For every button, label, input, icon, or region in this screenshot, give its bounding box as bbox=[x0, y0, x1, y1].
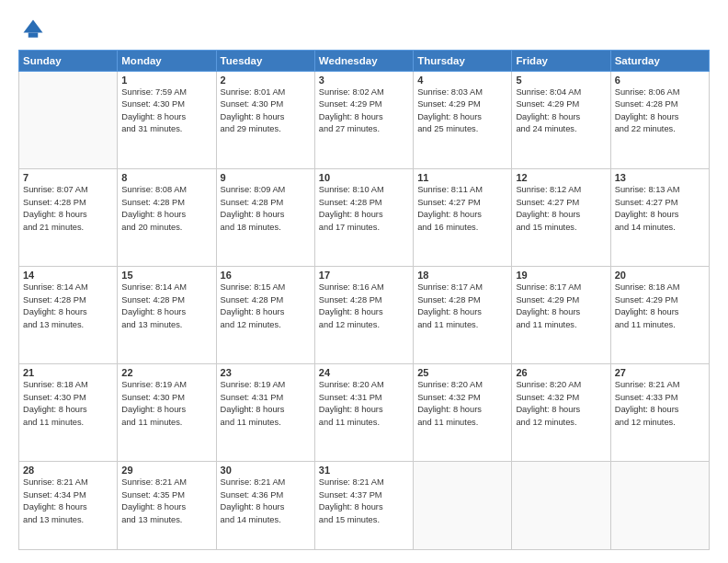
day-info-line: Sunrise: 8:08 AM bbox=[121, 185, 187, 194]
day-info: Sunrise: 8:20 AMSunset: 4:32 PMDaylight:… bbox=[516, 379, 606, 429]
day-info: Sunrise: 8:17 AMSunset: 4:29 PMDaylight:… bbox=[516, 282, 606, 331]
calendar-header-sunday: Sunday bbox=[19, 51, 118, 72]
day-info-line: Daylight: 8 hours bbox=[417, 405, 482, 414]
day-info: Sunrise: 7:59 AMSunset: 4:30 PMDaylight:… bbox=[121, 86, 211, 136]
day-number: 2 bbox=[221, 75, 311, 86]
calendar-cell: 16Sunrise: 8:15 AMSunset: 4:28 PMDayligh… bbox=[216, 267, 314, 364]
day-number: 15 bbox=[121, 270, 211, 281]
day-info-line: Daylight: 8 hours bbox=[221, 112, 285, 121]
day-number: 25 bbox=[417, 367, 507, 378]
day-info: Sunrise: 8:09 AMSunset: 4:28 PMDaylight:… bbox=[221, 184, 311, 234]
day-info-line: Sunrise: 8:14 AM bbox=[23, 282, 88, 292]
day-info-line: Daylight: 8 hours bbox=[615, 307, 679, 316]
day-info-line: and 27 minutes. bbox=[319, 124, 380, 133]
calendar-cell: 3Sunrise: 8:02 AMSunset: 4:29 PMDaylight… bbox=[314, 72, 413, 169]
day-info-line: Daylight: 8 hours bbox=[221, 405, 285, 414]
day-info-line: Daylight: 8 hours bbox=[23, 502, 87, 511]
day-info-line: Daylight: 8 hours bbox=[319, 307, 383, 316]
day-info-line: Sunset: 4:27 PM bbox=[417, 198, 481, 207]
logo bbox=[18, 17, 46, 42]
day-info-line: Daylight: 8 hours bbox=[516, 405, 580, 414]
calendar-cell: 26Sunrise: 8:20 AMSunset: 4:32 PMDayligh… bbox=[512, 364, 610, 462]
day-info-line: and 13 minutes. bbox=[23, 515, 84, 524]
calendar-header-saturday: Saturday bbox=[610, 51, 709, 72]
calendar-cell: 30Sunrise: 8:21 AMSunset: 4:36 PMDayligh… bbox=[216, 462, 314, 550]
day-number: 10 bbox=[319, 172, 409, 183]
day-info-line: Sunset: 4:36 PM bbox=[221, 490, 284, 500]
day-info-line: Sunrise: 8:14 AM bbox=[121, 282, 187, 292]
day-info: Sunrise: 8:21 AMSunset: 4:37 PMDaylight:… bbox=[319, 477, 409, 526]
day-info-line: Sunrise: 8:10 AM bbox=[319, 185, 384, 194]
day-info: Sunrise: 8:21 AMSunset: 4:33 PMDaylight:… bbox=[615, 379, 705, 429]
day-number: 13 bbox=[615, 172, 705, 183]
day-info-line: Sunrise: 8:02 AM bbox=[319, 87, 384, 97]
day-info-line: Daylight: 8 hours bbox=[221, 502, 285, 511]
calendar-cell: 8Sunrise: 8:08 AMSunset: 4:28 PMDaylight… bbox=[118, 169, 216, 267]
day-number: 8 bbox=[121, 172, 211, 183]
day-number: 22 bbox=[121, 367, 211, 378]
day-info-line: and 18 minutes. bbox=[221, 223, 281, 232]
day-info: Sunrise: 8:02 AMSunset: 4:29 PMDaylight:… bbox=[319, 86, 409, 136]
day-number: 28 bbox=[23, 465, 113, 476]
day-info-line: Sunrise: 8:15 AM bbox=[221, 282, 286, 292]
day-info-line: Sunrise: 8:13 AM bbox=[615, 185, 680, 194]
calendar-cell: 23Sunrise: 8:19 AMSunset: 4:31 PMDayligh… bbox=[216, 364, 314, 462]
day-info-line: Sunset: 4:33 PM bbox=[615, 393, 678, 402]
day-info-line: Sunset: 4:27 PM bbox=[615, 198, 678, 207]
day-info-line: and 11 minutes. bbox=[221, 418, 281, 427]
day-info-line: Sunrise: 8:11 AM bbox=[417, 185, 483, 194]
header bbox=[18, 17, 710, 42]
calendar-header-friday: Friday bbox=[512, 51, 610, 72]
day-number: 16 bbox=[221, 270, 311, 281]
calendar-header-monday: Monday bbox=[118, 51, 216, 72]
day-info: Sunrise: 8:01 AMSunset: 4:30 PMDaylight:… bbox=[221, 86, 311, 136]
day-info-line: Daylight: 8 hours bbox=[516, 307, 580, 316]
day-info: Sunrise: 8:04 AMSunset: 4:29 PMDaylight:… bbox=[516, 86, 606, 136]
day-info: Sunrise: 8:06 AMSunset: 4:28 PMDaylight:… bbox=[615, 86, 705, 136]
day-number: 20 bbox=[615, 270, 705, 281]
day-info: Sunrise: 8:14 AMSunset: 4:28 PMDaylight:… bbox=[121, 282, 211, 331]
day-info-line: Sunset: 4:29 PM bbox=[516, 99, 579, 109]
calendar-cell bbox=[19, 72, 118, 169]
day-info-line: and 12 minutes. bbox=[615, 418, 676, 427]
day-info-line: Sunset: 4:30 PM bbox=[121, 99, 185, 109]
day-info-line: Sunrise: 8:09 AM bbox=[221, 185, 286, 194]
calendar-cell: 5Sunrise: 8:04 AMSunset: 4:29 PMDaylight… bbox=[512, 72, 610, 169]
day-info-line: Sunrise: 8:12 AM bbox=[516, 185, 581, 194]
day-info-line: Sunrise: 8:21 AM bbox=[319, 477, 384, 487]
day-info-line: Sunrise: 8:16 AM bbox=[319, 282, 384, 292]
logo-icon bbox=[20, 17, 46, 42]
day-number: 7 bbox=[23, 172, 113, 183]
day-info: Sunrise: 8:19 AMSunset: 4:30 PMDaylight:… bbox=[121, 379, 211, 429]
day-number: 26 bbox=[516, 367, 606, 378]
day-info-line: Daylight: 8 hours bbox=[121, 307, 186, 316]
day-info-line: Daylight: 8 hours bbox=[615, 210, 679, 219]
day-info-line: and 14 minutes. bbox=[615, 223, 676, 232]
day-number: 9 bbox=[221, 172, 311, 183]
calendar-cell bbox=[610, 462, 709, 550]
day-info-line: Sunrise: 8:21 AM bbox=[121, 477, 187, 487]
day-info-line: and 20 minutes. bbox=[121, 223, 182, 232]
calendar-week-1: 1Sunrise: 7:59 AMSunset: 4:30 PMDaylight… bbox=[19, 72, 710, 169]
day-info: Sunrise: 8:20 AMSunset: 4:32 PMDaylight:… bbox=[417, 379, 507, 429]
day-info-line: and 29 minutes. bbox=[221, 124, 281, 133]
calendar-cell: 18Sunrise: 8:17 AMSunset: 4:28 PMDayligh… bbox=[414, 267, 512, 364]
day-number: 31 bbox=[319, 465, 409, 476]
day-info-line: Daylight: 8 hours bbox=[319, 502, 383, 511]
calendar-cell: 22Sunrise: 8:19 AMSunset: 4:30 PMDayligh… bbox=[118, 364, 216, 462]
day-number: 6 bbox=[615, 75, 705, 86]
day-number: 4 bbox=[417, 75, 507, 86]
day-info: Sunrise: 8:15 AMSunset: 4:28 PMDaylight:… bbox=[221, 282, 311, 331]
day-info-line: Daylight: 8 hours bbox=[516, 210, 580, 219]
day-info: Sunrise: 8:11 AMSunset: 4:27 PMDaylight:… bbox=[417, 184, 507, 234]
day-info-line: and 17 minutes. bbox=[319, 223, 380, 232]
calendar-cell: 21Sunrise: 8:18 AMSunset: 4:30 PMDayligh… bbox=[19, 364, 118, 462]
calendar-cell: 20Sunrise: 8:18 AMSunset: 4:29 PMDayligh… bbox=[610, 267, 709, 364]
calendar-cell: 10Sunrise: 8:10 AMSunset: 4:28 PMDayligh… bbox=[314, 169, 413, 267]
day-info-line: and 11 minutes. bbox=[417, 320, 478, 329]
day-info-line: Sunset: 4:29 PM bbox=[417, 99, 481, 109]
day-info-line: Sunrise: 8:17 AM bbox=[516, 282, 581, 292]
calendar-week-5: 28Sunrise: 8:21 AMSunset: 4:34 PMDayligh… bbox=[19, 462, 710, 550]
day-info-line: and 12 minutes. bbox=[221, 320, 281, 329]
calendar-week-2: 7Sunrise: 8:07 AMSunset: 4:28 PMDaylight… bbox=[19, 169, 710, 267]
